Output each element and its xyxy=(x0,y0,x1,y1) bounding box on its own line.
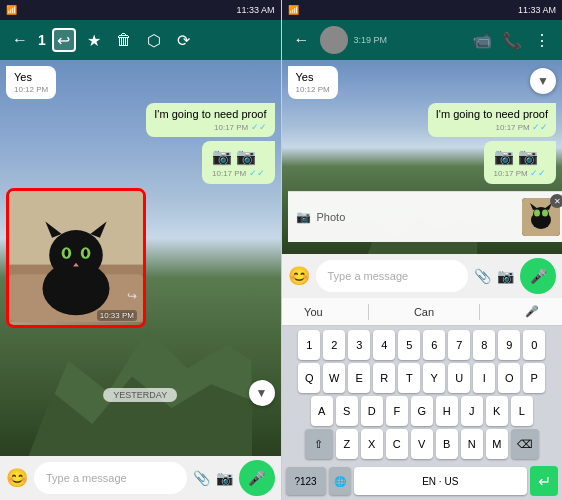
key-i[interactable]: I xyxy=(473,363,495,393)
key-3[interactable]: 3 xyxy=(348,330,370,360)
left-attach-button[interactable]: 📎 xyxy=(193,470,210,486)
svg-point-12 xyxy=(84,249,88,257)
key-q[interactable]: Q xyxy=(298,363,320,393)
key-j[interactable]: J xyxy=(461,396,483,426)
cat-svg xyxy=(9,188,143,325)
photo-preview-icon: 📷 xyxy=(296,210,311,224)
key-b[interactable]: B xyxy=(436,429,458,459)
right-scroll-down-button[interactable]: ▼ xyxy=(530,68,556,94)
key-m[interactable]: M xyxy=(486,429,508,459)
key-v[interactable]: V xyxy=(411,429,433,459)
emoji-button[interactable]: 😊 xyxy=(6,467,28,489)
chevron-down-icon: ▼ xyxy=(256,386,268,400)
key-8[interactable]: 8 xyxy=(473,330,495,360)
star-button[interactable]: ★ xyxy=(82,28,106,52)
key-o[interactable]: O xyxy=(498,363,520,393)
keyboard: You Can 🎤 1 2 3 4 5 6 7 8 9 0 Q xyxy=(282,298,563,500)
status-left-icons: 📶 xyxy=(6,5,17,15)
key-r[interactable]: R xyxy=(373,363,395,393)
key-h[interactable]: H xyxy=(436,396,458,426)
key-9[interactable]: 9 xyxy=(498,330,520,360)
photo-remove-button[interactable]: ✕ xyxy=(550,194,562,208)
key-d[interactable]: D xyxy=(361,396,383,426)
key-7[interactable]: 7 xyxy=(448,330,470,360)
trash-icon: 🗑 xyxy=(116,31,132,49)
message-time: 10:12 PM xyxy=(14,85,48,94)
key-a[interactable]: A xyxy=(311,396,333,426)
left-camera-button[interactable]: 📷 xyxy=(216,470,233,486)
message-time: 10:17 PM ✓✓ xyxy=(212,168,264,178)
key-x[interactable]: X xyxy=(361,429,383,459)
space-key[interactable]: EN · US xyxy=(354,467,528,495)
right-status-bar: 📶 11:33 AM xyxy=(282,0,563,20)
numbers-key[interactable]: ?123 xyxy=(286,467,326,495)
reply-button[interactable]: ↩ xyxy=(52,28,76,52)
left-mic-button[interactable]: 🎤 xyxy=(239,460,275,496)
key-w[interactable]: W xyxy=(323,363,345,393)
message-text: Yes xyxy=(14,71,32,83)
keyboard-suggestions-row: You Can 🎤 xyxy=(282,298,563,326)
camera-emoji-icon: 📷 📷 xyxy=(212,148,256,165)
more-options-button[interactable]: ⋮ xyxy=(530,28,554,52)
shift-key[interactable]: ⇧ xyxy=(305,429,333,459)
right-back-icon: ← xyxy=(294,31,310,49)
back-button[interactable]: ← xyxy=(8,28,32,52)
key-1[interactable]: 1 xyxy=(298,330,320,360)
video-icon: 📹 xyxy=(472,31,492,50)
key-t[interactable]: T xyxy=(398,363,420,393)
key-f[interactable]: F xyxy=(386,396,408,426)
voice-call-button[interactable]: 📞 xyxy=(500,28,524,52)
key-z[interactable]: Z xyxy=(336,429,358,459)
backspace-key[interactable]: ⌫ xyxy=(511,429,539,459)
left-panel: 📶 11:33 AM ← 1 ↩ ★ 🗑 ⬡ ⟳ xyxy=(0,0,281,500)
key-g[interactable]: G xyxy=(411,396,433,426)
right-attach-button[interactable]: 📎 xyxy=(474,268,491,284)
left-top-bar: ← 1 ↩ ★ 🗑 ⬡ ⟳ xyxy=(0,20,281,60)
selected-cat-image[interactable]: 10:33 PM ↪ xyxy=(6,188,146,328)
message-text: I'm going to need proof xyxy=(154,108,266,120)
key-6[interactable]: 6 xyxy=(423,330,445,360)
message-text: Yes xyxy=(296,71,314,83)
left-status-bar: 📶 11:33 AM xyxy=(0,0,281,20)
key-l[interactable]: L xyxy=(511,396,533,426)
mic-suggestion-icon[interactable]: 🎤 xyxy=(525,305,539,318)
right-message-input[interactable]: Type a message xyxy=(316,260,469,292)
key-n[interactable]: N xyxy=(461,429,483,459)
scroll-down-button[interactable]: ▼ xyxy=(249,380,275,406)
right-emoji-button[interactable]: 😊 xyxy=(288,265,310,287)
key-p[interactable]: P xyxy=(523,363,545,393)
key-0[interactable]: 0 xyxy=(523,330,545,360)
left-chat-area: Yes 10:12 PM I'm going to need proof 10:… xyxy=(0,60,281,456)
share-button[interactable]: ⬡ xyxy=(142,28,166,52)
globe-key[interactable]: 🌐 xyxy=(329,467,351,495)
message-time: 10:17 PM ✓✓ xyxy=(494,168,546,178)
left-message-input[interactable]: Type a message xyxy=(34,462,187,494)
right-back-button[interactable]: ← xyxy=(290,28,314,52)
qwerty-row: Q W E R T Y U I O P xyxy=(284,363,561,393)
message-outgoing-proof: I'm going to need proof 10:17 PM ✓✓ xyxy=(146,103,274,137)
right-camera-button[interactable]: 📷 xyxy=(497,268,514,284)
back-arrow-icon: ← xyxy=(12,31,28,49)
key-4[interactable]: 4 xyxy=(373,330,395,360)
key-5[interactable]: 5 xyxy=(398,330,420,360)
key-s[interactable]: S xyxy=(336,396,358,426)
key-y[interactable]: Y xyxy=(423,363,445,393)
delete-button[interactable]: 🗑 xyxy=(112,28,136,52)
key-c[interactable]: C xyxy=(386,429,408,459)
forward-button[interactable]: ⟳ xyxy=(172,28,196,52)
svg-point-11 xyxy=(65,249,69,257)
attach-icon: 📎 xyxy=(193,470,210,486)
camera-icon: 📷 xyxy=(216,470,233,486)
key-k[interactable]: K xyxy=(486,396,508,426)
suggestion-you[interactable]: You xyxy=(304,306,323,318)
right-message-incoming-yes: Yes 10:12 PM xyxy=(288,66,338,99)
key-u[interactable]: U xyxy=(448,363,470,393)
enter-key[interactable]: ↵ xyxy=(530,466,558,496)
camera-icon: 📷 xyxy=(497,268,514,284)
right-mic-button[interactable]: 🎤 xyxy=(520,258,556,294)
mic-icon: 🎤 xyxy=(530,268,547,284)
key-2[interactable]: 2 xyxy=(323,330,345,360)
video-call-button[interactable]: 📹 xyxy=(470,28,494,52)
key-e[interactable]: E xyxy=(348,363,370,393)
suggestion-can[interactable]: Can xyxy=(414,306,434,318)
